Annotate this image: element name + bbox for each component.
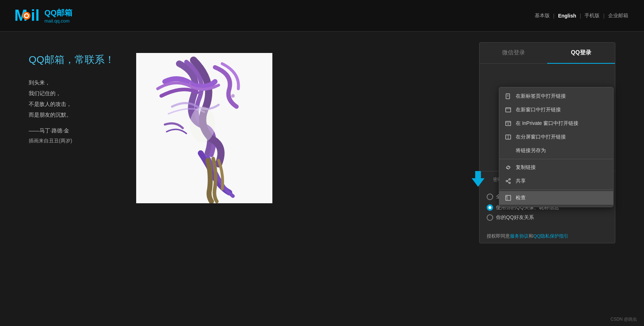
nav-basic[interactable]: 基本版 [533, 12, 551, 20]
ctx-inspect[interactable]: 检查 [499, 191, 613, 205]
perm1-radio[interactable] [487, 204, 493, 211]
svg-point-3 [25, 14, 28, 17]
login-tabs: 微信登录 QQ登录 [480, 43, 615, 64]
privacy-guide-link[interactable]: QQ隐私保护指引 [533, 233, 568, 239]
perm2-radio[interactable] [487, 214, 493, 221]
main-content: QQ邮箱，常联系！ 到头来， 我们记住的， 不是敌人的攻击， 而是朋友的沉默。 … [0, 31, 644, 326]
svg-line-24 [507, 180, 509, 181]
ctx-share-label: 共享 [516, 178, 526, 184]
agreement-prefix: 授权即同意 [487, 233, 510, 239]
agreement-and: 和 [529, 233, 533, 239]
ctx-copy-link-label: 复制链接 [516, 164, 536, 171]
split-icon [505, 134, 511, 140]
ctx-save-link[interactable]: 将链接另存为 [499, 144, 613, 157]
ctx-new-tab[interactable]: 在新标签页中打开链接 [499, 89, 613, 103]
svg-rect-15 [506, 108, 511, 112]
tab-qq[interactable]: QQ登录 [547, 43, 615, 64]
nav-mobile[interactable]: 手机版 [583, 12, 601, 20]
ctx-save-label: 将链接另存为 [516, 147, 546, 154]
nav-sep-3: | [603, 13, 605, 19]
logo-area: M il QQ邮箱 mail.qq.com [14, 6, 72, 25]
nav-sep-1: | [553, 13, 555, 19]
svg-point-7 [189, 82, 191, 85]
select-all-radio[interactable] [487, 194, 493, 200]
save-link-icon [505, 147, 511, 154]
nav-english[interactable]: English [557, 12, 578, 19]
svg-point-8 [182, 77, 184, 79]
svg-point-6 [190, 107, 215, 142]
csdn-badge: CSDN @跳虫 [610, 316, 637, 322]
svg-point-9 [231, 94, 235, 98]
blue-arrow-down [472, 171, 485, 188]
context-menu: 在新标签页中打开链接 在新窗口中打开链接 在 InPrivate 窗口中打开链接… [499, 87, 614, 207]
ctx-new-window-label: 在新窗口中打开链接 [516, 107, 561, 113]
ctx-inprivate[interactable]: 在 InPrivate 窗口中打开链接 [499, 117, 613, 130]
service-agreement-link[interactable]: 服务协议 [510, 233, 529, 239]
svg-line-25 [507, 181, 509, 183]
svg-point-22 [509, 182, 510, 184]
share-icon [505, 178, 511, 184]
ctx-inspect-label: 检查 [516, 195, 526, 201]
logo-text-area: QQ邮箱 mail.qq.com [44, 8, 72, 24]
artwork [136, 53, 272, 203]
tagline-title: QQ邮箱，常联系！ [29, 53, 115, 67]
ctx-new-window[interactable]: 在新窗口中打开链接 [499, 103, 613, 117]
tagline-text: 到头来， 我们记住的， 不是敌人的攻击， 而是朋友的沉默。 [29, 77, 115, 120]
ctx-split-screen[interactable]: 在分屏窗口中打开链接 [499, 130, 613, 144]
ctx-new-tab-label: 在新标签页中打开链接 [516, 93, 566, 99]
tagline-area: QQ邮箱，常联系！ 到头来， 我们记住的， 不是敌人的攻击， 而是朋友的沉默。 … [29, 53, 115, 144]
ctx-separator-2 [499, 189, 613, 190]
ctx-share[interactable]: 共享 [499, 174, 613, 188]
svg-rect-26 [506, 195, 511, 200]
logo-icon: M il [14, 6, 40, 25]
svg-point-23 [506, 180, 507, 182]
tab-wechat[interactable]: 微信登录 [480, 43, 547, 63]
link-icon [505, 164, 511, 171]
ctx-split-label: 在分屏窗口中打开链接 [516, 134, 566, 140]
logo-domain: mail.qq.com [44, 18, 72, 24]
tagline-author: ——马丁·路德·金 [29, 127, 115, 134]
perm-item-2: 你的QQ好友关系 [487, 214, 608, 221]
nav-enterprise[interactable]: 企业邮箱 [607, 12, 630, 20]
nav-sep-2: | [580, 13, 581, 19]
tagline-source: 插画来自丑丑(两岁) [29, 138, 115, 144]
svg-text:il: il [31, 6, 39, 24]
inspect-icon [505, 195, 511, 201]
svg-point-21 [509, 179, 510, 180]
ctx-copy-link[interactable]: 复制链接 [499, 161, 613, 174]
header-nav: 基本版 | English | 手机版 | 企业邮箱 [533, 12, 630, 20]
header: M il QQ邮箱 mail.qq.com 基本版 | English | 手机… [0, 0, 644, 31]
perm2-label: 你的QQ好友关系 [496, 214, 534, 221]
ctx-separator-1 [499, 159, 613, 159]
inprivate-icon [505, 120, 511, 127]
ctx-inprivate-label: 在 InPrivate 窗口中打开链接 [516, 120, 578, 127]
logo-qq-mail-text: QQ邮箱 [44, 8, 72, 18]
window-icon [505, 107, 511, 113]
perm-agreement: 授权即同意服务协议和QQ隐私保护指引 [480, 230, 615, 243]
page-icon [505, 93, 511, 99]
svg-marker-10 [472, 171, 485, 187]
